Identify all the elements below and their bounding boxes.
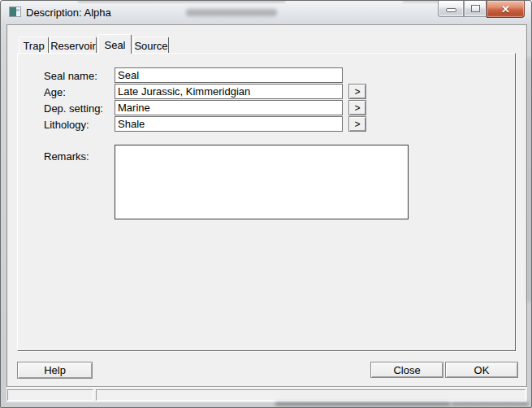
minimize-button[interactable]: [438, 1, 464, 17]
field-label-seal-name: Seal name:: [44, 70, 97, 82]
field-label-dep-setting: Dep. setting:: [44, 102, 103, 115]
field-label-remarks: Remarks:: [44, 150, 89, 163]
close-dialog-button[interactable]: Close: [370, 362, 443, 378]
field-label-age: Age:: [44, 86, 66, 98]
tab-trap[interactable]: Trap: [19, 37, 49, 53]
age-picker-button[interactable]: >: [348, 84, 366, 99]
app-icon: [9, 7, 21, 17]
minimize-icon: [446, 8, 456, 12]
background-window-artifact: [275, 402, 450, 406]
ok-button[interactable]: OK: [445, 362, 518, 378]
tab-source[interactable]: Source: [133, 37, 169, 53]
maximize-icon: [471, 5, 480, 12]
status-bar: [6, 386, 527, 402]
tab-reservoir[interactable]: Reservoir: [50, 37, 97, 53]
tab-seal[interactable]: Seal: [98, 34, 132, 54]
lithology-picker-button[interactable]: >: [348, 116, 366, 132]
maximize-button[interactable]: [464, 1, 487, 17]
dep-setting-picker-button[interactable]: >: [348, 100, 366, 115]
background-window-artifact: [452, 402, 529, 406]
background-window-artifact: [186, 9, 277, 16]
status-pane-left: [7, 389, 93, 401]
app-icon-detail: [16, 9, 19, 11]
window-title: Description: Alpha: [26, 7, 111, 19]
dep-setting-input[interactable]: [115, 100, 343, 115]
seal-name-input[interactable]: [115, 67, 343, 83]
age-input[interactable]: [115, 84, 343, 99]
lithology-input[interactable]: [115, 116, 343, 132]
field-label-lithology: Lithology:: [44, 119, 89, 131]
help-button[interactable]: Help: [17, 362, 93, 379]
background-window-artifact: [78, 1, 285, 2]
close-icon: ✕: [501, 4, 510, 15]
status-pane-right: [96, 389, 526, 401]
titlebar[interactable]: Description: Alpha ✕: [1, 1, 531, 24]
dialog-window: Description: Alpha ✕ Trap Reservoir Seal…: [0, 0, 532, 408]
remarks-textarea[interactable]: [115, 145, 409, 219]
close-button[interactable]: ✕: [487, 1, 525, 18]
background-window-artifact: [527, 58, 531, 302]
